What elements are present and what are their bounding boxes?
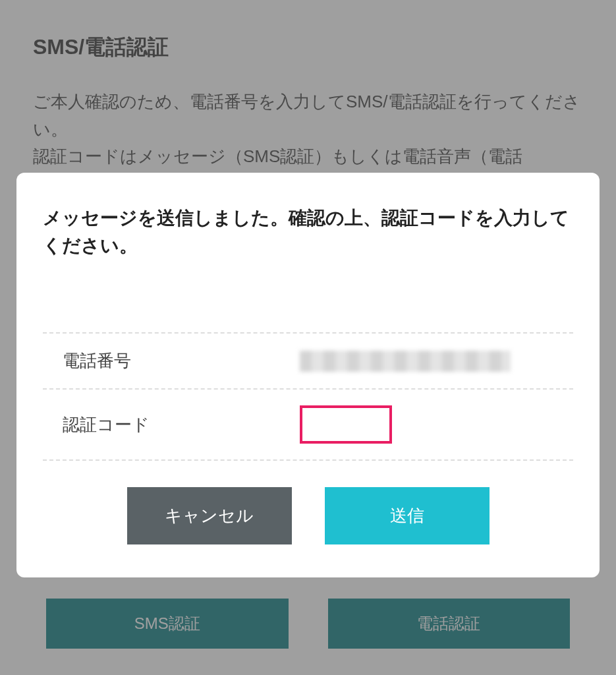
cancel-button[interactable]: キャンセル	[127, 487, 292, 544]
verification-code-input[interactable]	[300, 405, 392, 444]
modal-title: メッセージを送信しました。確認の上、認証コードを入力してください。	[43, 204, 573, 260]
phone-row: 電話番号	[43, 332, 573, 390]
phone-label: 電話番号	[63, 349, 247, 372]
modal-button-row: キャンセル 送信	[43, 487, 573, 544]
code-label: 認証コード	[63, 413, 247, 436]
code-value-container	[247, 405, 553, 444]
code-row: 認証コード	[43, 390, 573, 461]
phone-value-redacted	[300, 351, 511, 372]
submit-button[interactable]: 送信	[325, 487, 490, 544]
verification-modal: メッセージを送信しました。確認の上、認証コードを入力してください。 電話番号 認…	[16, 173, 600, 577]
phone-value-container	[247, 351, 553, 372]
